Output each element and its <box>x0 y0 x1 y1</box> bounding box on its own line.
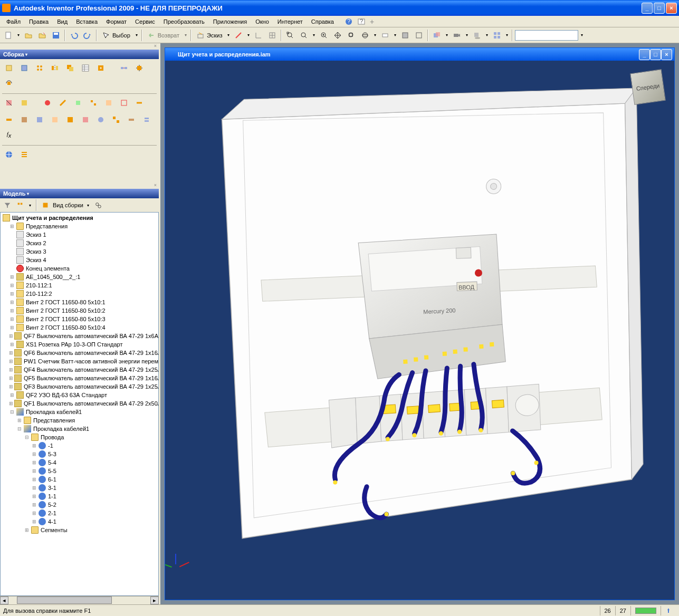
asm-b2[interactable] <box>17 113 31 127</box>
shade-button[interactable] <box>399 29 412 42</box>
expand-icon[interactable]: ⊞ <box>9 359 13 364</box>
tree-node[interactable]: ⊞1-1 <box>2 492 157 500</box>
asm-b8[interactable] <box>109 113 123 127</box>
asm-constrain-button[interactable] <box>117 61 131 75</box>
asm-b9[interactable] <box>125 113 138 127</box>
asm-b10[interactable] <box>140 113 154 127</box>
tree-node[interactable]: ⊞QF2 УЗО ВД-63 63А Стандарт <box>2 391 157 399</box>
menu-tools[interactable]: Сервис <box>131 17 159 26</box>
expand-icon[interactable]: ⊞ <box>9 392 15 398</box>
asm-b6[interactable] <box>79 113 92 127</box>
expand-icon[interactable]: ⊞ <box>9 291 15 296</box>
lookat-button[interactable] <box>379 29 391 42</box>
display-dropdown[interactable]: ▾ <box>444 33 450 37</box>
tree-node[interactable]: ⊞210-112:1 <box>2 281 157 290</box>
menu-format[interactable]: Формат <box>102 17 131 26</box>
tool-ucs[interactable] <box>252 29 265 42</box>
asm-pattern-button[interactable] <box>33 61 46 75</box>
expand-icon[interactable]: ⊞ <box>9 376 13 381</box>
tree-node[interactable]: ⊞QF3 Выключатель автоматический ВА 47-29… <box>2 382 157 391</box>
window-close-button[interactable]: × <box>666 3 677 14</box>
expand-icon[interactable]: ⊞ <box>9 367 13 372</box>
tree-node[interactable]: ⊞XS1 Розетка РАр 10-3-ОП Стандарт <box>2 340 157 349</box>
tree-node[interactable]: ⊞QF4 Выключатель автоматический ВА 47-29… <box>2 365 157 374</box>
expand-icon[interactable]: ⊞ <box>24 527 30 533</box>
slice-dropdown[interactable]: ▾ <box>246 33 251 37</box>
expand-icon[interactable]: ⊞ <box>31 468 37 474</box>
menu-view[interactable]: Вид <box>53 17 72 26</box>
menu-applications[interactable]: Приложения <box>209 17 251 26</box>
tree-node[interactable]: ⊞AE_1045_500__2_:1 <box>2 273 157 281</box>
expand-icon[interactable]: ⊞ <box>31 477 37 482</box>
expand-icon[interactable]: ⊞ <box>9 283 15 288</box>
sketch-dropdown[interactable]: ▾ <box>226 33 231 37</box>
expand-icon[interactable]: ⊞ <box>9 224 15 229</box>
menu-insert[interactable]: Вставка <box>72 17 102 26</box>
expand-icon[interactable]: ⊞ <box>9 300 15 305</box>
expand-icon[interactable]: ⊞ <box>9 274 15 280</box>
collapse-icon[interactable]: ⊟ <box>9 409 15 415</box>
asm-create-button[interactable] <box>17 61 31 75</box>
component-button[interactable] <box>491 29 503 42</box>
tree-node[interactable]: ⊟Прокладка кабелей1 <box>2 408 157 416</box>
asm-copy-button[interactable] <box>63 61 77 75</box>
asm-move-button[interactable] <box>132 61 146 75</box>
tree-node[interactable]: Эскиз 3 <box>2 247 157 256</box>
tree-node[interactable]: ⊞PW1 Счетчик Ватт-часов активной энергии… <box>2 357 157 365</box>
tree-node[interactable]: Эскиз 1 <box>2 230 157 239</box>
view-mode-dropdown[interactable]: ▾ <box>85 203 91 208</box>
asm-b7[interactable] <box>94 113 108 127</box>
undo-button[interactable] <box>68 29 80 42</box>
expand-icon[interactable]: ⊞ <box>31 460 37 465</box>
camera-dropdown[interactable]: ▾ <box>464 33 470 37</box>
model-panel-grip[interactable]: × <box>0 182 159 189</box>
tree-node[interactable]: Конец элемента <box>2 264 157 273</box>
expand-icon[interactable]: ⊞ <box>9 384 13 389</box>
tree-node[interactable]: ⊞Винт 2 ГОСТ 11650-80 5x10:3 <box>2 315 157 323</box>
save-button[interactable] <box>50 29 62 42</box>
shadow-dropdown[interactable]: ▾ <box>484 33 490 37</box>
asm-tool3[interactable] <box>41 96 54 110</box>
menu-convert[interactable]: Преобразовать <box>159 17 209 26</box>
tree-node[interactable]: ⊞5-5 <box>2 467 157 475</box>
tree-node[interactable]: ⊞5-2 <box>2 500 157 509</box>
tree-node[interactable]: ⊞QF6 Выключатель автоматический ВА 47-29… <box>2 349 157 357</box>
coordinate-triad[interactable] <box>176 568 197 589</box>
new-button[interactable] <box>2 29 15 42</box>
asm-b4[interactable] <box>48 113 62 127</box>
document-titlebar[interactable]: Щит учета и распределения.iam _ □ × <box>165 48 674 61</box>
asm-b3[interactable] <box>33 113 46 127</box>
zoom-dropdown[interactable]: ▾ <box>311 33 317 37</box>
asm-tool5[interactable] <box>71 96 85 110</box>
expand-icon[interactable]: ⊞ <box>31 494 37 499</box>
material-input[interactable] <box>515 30 578 41</box>
expand-icon[interactable]: ⊞ <box>31 519 37 524</box>
zoom-button[interactable] <box>298 29 310 42</box>
tree-node[interactable]: ⊞Винт 2 ГОСТ 11650-80 5x10:4 <box>2 323 157 332</box>
material-dropdown[interactable]: ▾ <box>579 33 585 37</box>
tree-node[interactable]: ⊞5-3 <box>2 450 157 458</box>
filter-button[interactable] <box>2 200 13 210</box>
tree-node[interactable]: ⊞5-4 <box>2 458 157 467</box>
scene-3d[interactable]: ВВОД Mercury 200 <box>165 61 674 600</box>
expand-icon[interactable]: ⊞ <box>9 401 13 406</box>
tree-node[interactable]: ⊞-1 <box>2 441 157 450</box>
expand-icon[interactable]: ⊞ <box>9 316 15 322</box>
tree-opts-dropdown[interactable]: ▾ <box>27 203 33 208</box>
web-help-icon[interactable]: ? <box>357 17 366 26</box>
tree-node[interactable]: Эскиз 2 <box>2 239 157 247</box>
tree-node[interactable]: ⊞QF5 Выключатель автоматический ВА 47-29… <box>2 374 157 382</box>
menu-internet[interactable]: Интернет <box>273 17 307 26</box>
open-button[interactable] <box>22 29 35 42</box>
asm-place-button[interactable] <box>2 61 16 75</box>
tree-opts-button[interactable] <box>15 200 25 210</box>
tree-node[interactable]: ⊞Винт 2 ГОСТ 11650-80 5x10:2 <box>2 306 157 315</box>
tree-node[interactable]: ⊞QF1 Выключатель автоматический ВА 47-29… <box>2 399 157 408</box>
asm-replace-button[interactable] <box>94 61 108 75</box>
tree-node[interactable]: ⊟Прокладка кабелей1 <box>2 425 157 433</box>
asm-b1[interactable] <box>2 113 16 127</box>
tree-node[interactable]: ⊞3-1 <box>2 484 157 492</box>
component-dropdown[interactable]: ▾ <box>504 33 510 37</box>
window-maximize-button[interactable]: □ <box>654 3 665 14</box>
tree-node[interactable]: ⊞Представления <box>2 416 157 425</box>
